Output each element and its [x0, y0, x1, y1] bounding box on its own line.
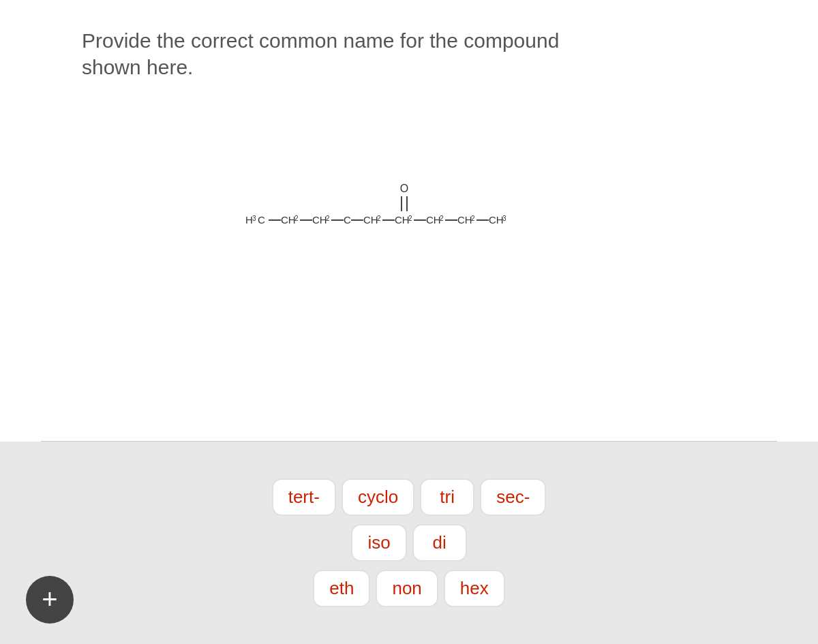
- svg-text:CH: CH: [281, 214, 296, 226]
- question-text: Provide the correct common name for the …: [82, 27, 736, 80]
- button-row-3: eth non hex: [313, 570, 504, 607]
- svg-text:O: O: [400, 183, 408, 194]
- question-line2: shown here.: [82, 56, 193, 78]
- question-section: Provide the correct common name for the …: [0, 0, 818, 442]
- molecule-container: O H 3 C CH 2 CH 2 C CH 2: [82, 108, 736, 326]
- svg-text:CH: CH: [363, 214, 378, 226]
- svg-text:CH: CH: [312, 214, 327, 226]
- svg-text:3: 3: [502, 215, 506, 222]
- btn-iso[interactable]: iso: [351, 524, 406, 562]
- svg-text:CH: CH: [426, 214, 441, 226]
- answer-section: tert- cyclo tri sec- iso di eth non hex …: [0, 442, 818, 644]
- svg-text:CH: CH: [395, 214, 410, 226]
- btn-tert[interactable]: tert-: [272, 478, 336, 516]
- svg-text:2: 2: [326, 215, 330, 222]
- plus-button[interactable]: +: [26, 576, 74, 624]
- molecule-diagram: O H 3 C CH 2 CH 2 C CH 2: [245, 183, 573, 251]
- svg-text:2: 2: [294, 215, 299, 222]
- svg-text:2: 2: [471, 215, 475, 222]
- question-line1: Provide the correct common name for the …: [82, 29, 559, 52]
- btn-hex[interactable]: hex: [444, 570, 505, 607]
- btn-sec[interactable]: sec-: [480, 478, 546, 516]
- svg-text:CH: CH: [489, 214, 504, 226]
- btn-eth[interactable]: eth: [313, 570, 370, 607]
- plus-icon: +: [42, 585, 57, 613]
- button-row-1: tert- cyclo tri sec-: [272, 478, 547, 516]
- svg-text:2: 2: [377, 215, 381, 222]
- svg-text:3: 3: [252, 215, 256, 222]
- btn-cyclo[interactable]: cyclo: [342, 478, 414, 516]
- svg-text:2: 2: [440, 215, 444, 222]
- button-row-2: iso di: [351, 524, 466, 562]
- btn-non[interactable]: non: [376, 570, 438, 607]
- svg-text:2: 2: [408, 215, 412, 222]
- svg-text:CH: CH: [457, 214, 472, 226]
- btn-di[interactable]: di: [412, 524, 467, 562]
- svg-text:C: C: [258, 214, 265, 226]
- btn-tri[interactable]: tri: [420, 478, 474, 516]
- svg-text:C: C: [344, 214, 351, 226]
